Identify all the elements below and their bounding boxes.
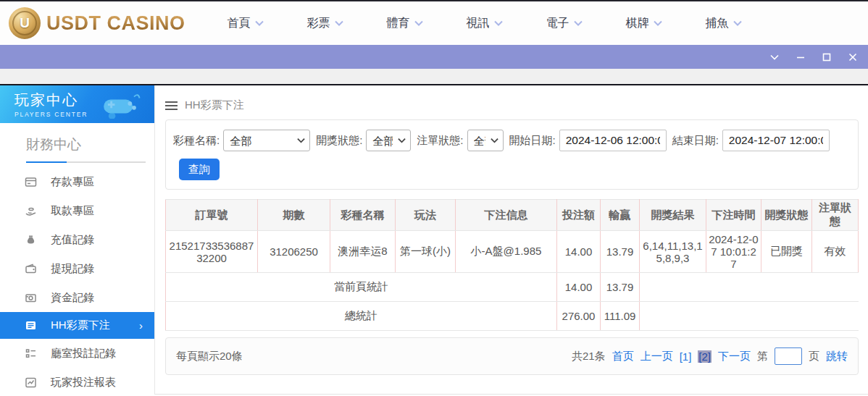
page-2-link-selected[interactable]: [2]	[698, 350, 711, 363]
order-status-label: 注單狀態:	[417, 134, 463, 148]
jump-page-input[interactable]	[775, 347, 802, 365]
wallet-icon	[24, 262, 37, 275]
filter-panel: 彩種名稱: 全部 開獎狀態: 全部 注單狀態: 全部	[165, 119, 859, 190]
logo-letter: U	[20, 15, 30, 31]
col-bet-info: 下注信息	[456, 200, 557, 231]
col-play-type: 玩法	[396, 200, 456, 231]
jump-suffix-text: 页	[809, 350, 819, 363]
sidebar-item-funds-records[interactable]: 資金記錄	[0, 283, 154, 312]
total-summary-empty	[640, 302, 859, 331]
bets-table: 訂單號 期數 彩種名稱 玩法 下注信息 投注額 輸贏 開獎結果 下注時間 開獎狀…	[165, 199, 859, 331]
brand-name: USDT CASINO	[46, 12, 185, 35]
prev-page-link[interactable]: 上一页	[640, 350, 673, 363]
nav-item-label: 視訊	[467, 16, 490, 31]
sidebar-item-label: 玩家投注報表	[51, 376, 116, 389]
cell-order-status: 有效	[812, 231, 859, 273]
jump-button[interactable]: 跳转	[826, 350, 848, 363]
money-bag-icon	[24, 233, 37, 246]
cell-period: 31206250	[258, 231, 330, 273]
brand-logo[interactable]: U USDT CASINO	[9, 7, 185, 39]
nav-item-slots[interactable]: 電子	[546, 16, 583, 31]
collapse-window-icon[interactable]	[767, 49, 783, 65]
total-summary-label: 總統計	[166, 302, 557, 331]
lottery-name-select[interactable]: 全部	[223, 130, 310, 151]
lottery-name-select-wrap: 全部	[223, 130, 310, 151]
col-order-id: 訂單號	[166, 200, 258, 231]
page-summary-bet-amount: 14.00	[557, 273, 601, 302]
sidebar-item-label: 存款專區	[51, 175, 94, 189]
chevron-down-icon	[335, 20, 343, 26]
content-area: 玩家中心 PLAYERS CENTER 財務中心 存款專區	[0, 84, 868, 395]
nav-item-sports[interactable]: 體育	[387, 16, 423, 31]
sidebar-item-hh-lottery-bets[interactable]: HH彩票下注 ›	[0, 312, 154, 339]
gamepad-icon	[99, 91, 141, 119]
sidebar-item-recharge-records[interactable]: 充值記錄	[0, 225, 154, 254]
main-panel: HH彩票下注 彩種名稱: 全部 開獎狀態: 全部 注單	[155, 85, 868, 395]
sidebar-item-player-bet-report[interactable]: 玩家投注報表	[0, 368, 154, 396]
sidebar-item-withdraw-zone[interactable]: 取款專區	[0, 196, 154, 225]
jump-prefix-text: 第	[757, 350, 768, 363]
total-count-text: 共21条	[572, 350, 606, 363]
nav-item-cards[interactable]: 棋牌	[626, 16, 662, 31]
end-date-input[interactable]	[722, 130, 830, 151]
chevron-down-icon	[255, 20, 264, 26]
nav-item-label: 體育	[387, 16, 410, 31]
sidebar-item-room-bet-records[interactable]: 廳室投註記錄	[0, 339, 154, 368]
order-status-select-wrap: 全部	[467, 130, 504, 151]
draw-status-select[interactable]: 全部	[366, 130, 411, 151]
page-1-link[interactable]: [1]	[680, 350, 692, 363]
main-menu: 首頁 彩票 體育 視訊 電子 棋牌 捕魚	[228, 16, 742, 31]
spacer-strip	[0, 69, 868, 84]
hamburger-menu-icon[interactable]	[165, 101, 178, 110]
col-bet-time: 下注時間	[706, 200, 761, 231]
col-lottery-name: 彩種名稱	[330, 200, 396, 231]
total-summary-win-loss: 111.09	[601, 302, 640, 331]
start-date-input[interactable]	[559, 130, 667, 151]
cell-bet-amount: 14.00	[557, 231, 601, 273]
pagination-bar: 每頁顯示20條 共21条 首页 上一页 [1] [2] 下一页 第 页 跳转	[165, 337, 859, 375]
search-button[interactable]: 查詢	[179, 159, 220, 180]
cell-order-id: 2152173353688732200	[166, 231, 258, 273]
sidebar-item-label: 充值記錄	[51, 233, 94, 247]
page-summary-win-loss: 13.79	[601, 273, 640, 302]
checklist-icon	[24, 347, 37, 360]
nav-item-lottery[interactable]: 彩票	[307, 16, 343, 31]
draw-status-select-wrap: 全部	[366, 130, 411, 151]
nav-item-fishing[interactable]: 捕魚	[706, 16, 742, 31]
next-page-link[interactable]: 下一页	[718, 350, 751, 363]
pager: 共21条 首页 上一页 [1] [2] 下一页 第 页 跳转	[572, 347, 848, 365]
nav-item-label: 首頁	[228, 16, 251, 31]
cell-draw-result: 6,14,11,13,15,8,9,3	[640, 231, 706, 273]
first-page-link[interactable]: 首页	[612, 350, 634, 363]
minimize-window-icon[interactable]	[793, 49, 809, 65]
players-center-banner: 玩家中心 PLAYERS CENTER	[0, 85, 154, 123]
page-summary-row: 當前頁統計 14.00 13.79	[166, 273, 859, 302]
sidebar-item-label: 廳室投註記錄	[51, 347, 116, 361]
table-row: 2152173353688732200 31206250 澳洲幸运8 第一球(小…	[166, 231, 859, 273]
table-header-row: 訂單號 期數 彩種名稱 玩法 下注信息 投注額 輸贏 開獎結果 下注時間 開獎狀…	[166, 200, 859, 231]
page-summary-empty	[640, 273, 859, 302]
draw-status-label: 開獎狀態:	[316, 134, 362, 148]
window-title-bar	[0, 45, 868, 69]
end-date-label: 結束日期:	[672, 134, 719, 148]
report-chart-icon	[24, 376, 37, 389]
close-window-icon[interactable]	[845, 49, 861, 65]
cell-bet-time: 2024-12-07 10:01:27	[706, 231, 761, 273]
deposit-card-icon	[24, 175, 37, 188]
funds-icon	[24, 291, 37, 304]
nav-item-live[interactable]: 視訊	[467, 16, 503, 31]
sidebar-item-deposit-zone[interactable]: 存款專區	[0, 167, 154, 196]
hand-money-icon	[24, 204, 37, 217]
sidebar-item-withdrawal-records[interactable]: 提現記錄	[0, 254, 154, 283]
chevron-down-icon	[574, 20, 583, 26]
chevron-right-icon: ›	[139, 319, 143, 332]
cell-play-type: 第一球(小)	[396, 231, 456, 273]
maximize-window-icon[interactable]	[819, 49, 835, 65]
order-status-select[interactable]: 全部	[467, 130, 504, 151]
col-period: 期數	[258, 200, 330, 231]
nav-item-home[interactable]: 首頁	[228, 16, 264, 31]
top-navigation-bar: U USDT CASINO 首頁 彩票 體育 視訊 電子 棋牌 捕魚	[0, 0, 868, 45]
finance-center-section-title: 財務中心	[0, 123, 154, 161]
chevron-down-icon	[733, 20, 742, 26]
chevron-down-icon	[494, 20, 503, 26]
